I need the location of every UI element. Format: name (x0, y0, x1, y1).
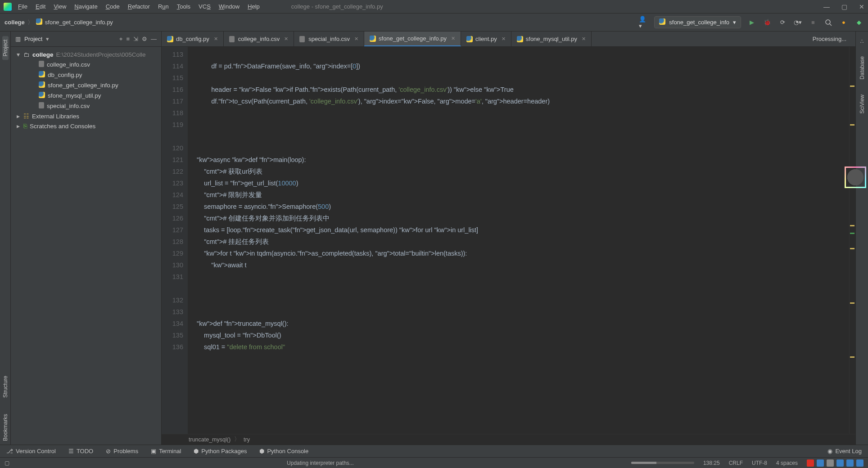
tab-sfone-get-college-info[interactable]: sfone_get_college_info.py✕ (364, 32, 461, 46)
bottom-tool-bar: ⎇Version Control ☰TODO ⊘Problems ▣Termin… (0, 445, 868, 457)
library-icon: ☷ (23, 112, 29, 120)
tray-icon[interactable] (836, 459, 844, 467)
tool-problems[interactable]: ⊘Problems (106, 448, 138, 454)
folder-icon: 🗀 (23, 51, 30, 58)
tool-windows-icon[interactable]: ▢ (5, 460, 9, 466)
search-everywhere-button[interactable] (824, 18, 833, 27)
code-with-me-widget[interactable] (845, 166, 866, 188)
status-message: Updating interpreter paths... (287, 460, 354, 466)
settings-icon[interactable]: ⚙ (142, 36, 147, 42)
project-panel-title[interactable]: Project (24, 36, 42, 42)
expand-icon[interactable]: ≡ (126, 36, 130, 42)
project-tree[interactable]: ▾ 🗀 college E:\2024StudentProjects\005Co… (11, 47, 161, 445)
python-file-icon (517, 36, 523, 42)
collapse-icon[interactable]: ⇲ (133, 36, 138, 42)
line-separator[interactable]: CRLF (729, 460, 743, 466)
cursor-position[interactable]: 138:25 (703, 460, 720, 466)
menu-code[interactable]: Code (106, 3, 120, 10)
tray-icon[interactable] (827, 459, 834, 467)
hide-panel-icon[interactable]: — (151, 36, 157, 42)
menu-tools[interactable]: Tools (177, 3, 190, 10)
menu-navigate[interactable]: Navigate (74, 3, 97, 10)
tray-icon[interactable] (817, 459, 824, 467)
project-root-path: E:\2024StudentProjects\005Colle (56, 51, 146, 58)
tool-version-control[interactable]: ⎇Version Control (6, 448, 56, 454)
breadcrumb-file[interactable]: sfone_get_college_info.py (45, 19, 113, 26)
menu-view[interactable]: View (54, 3, 66, 10)
tool-project[interactable]: Project (2, 36, 9, 60)
tree-file-row[interactable]: special_info.csv (13, 101, 159, 111)
close-tab-icon[interactable]: ✕ (451, 36, 455, 41)
indent-setting[interactable]: 4 spaces (776, 460, 798, 466)
tool-bookmarks[interactable]: Bookmarks (2, 410, 9, 445)
tray-icon[interactable] (846, 459, 854, 467)
breadcrumb[interactable]: college 〉 sfone_get_college_info.py (5, 18, 113, 27)
marker-bar[interactable] (849, 47, 855, 434)
close-tab-icon[interactable]: ✕ (582, 36, 586, 42)
minimize-button[interactable]: — (823, 3, 830, 10)
tool-todo[interactable]: ☰TODO (68, 448, 93, 454)
menu-help[interactable]: Help (248, 3, 260, 10)
tab-special-info[interactable]: special_info.csv✕ (294, 32, 364, 46)
notifications-icon[interactable]: ⛬ (859, 38, 865, 45)
close-tab-icon[interactable]: ✕ (502, 36, 506, 42)
tree-root-row[interactable]: ▾ 🗀 college E:\2024StudentProjects\005Co… (13, 50, 159, 59)
tree-file-row[interactable]: sfone_mysql_util.py (13, 90, 159, 101)
run-button[interactable]: ▶ (747, 18, 756, 27)
tab-sfone-mysql-util[interactable]: sfone_mysql_util.py✕ (511, 32, 592, 46)
tree-file-row[interactable]: college_info.csv (13, 59, 159, 70)
csv-file-icon (39, 102, 44, 110)
code-content[interactable]: df = pd."fn">DataFrame(save_info, "arg">… (188, 47, 849, 434)
window-title: college - sfone_get_college_info.py (291, 3, 383, 10)
menu-vcs[interactable]: VCS (199, 3, 211, 10)
tool-structure[interactable]: Structure (2, 372, 9, 401)
debug-button[interactable]: 🐞 (763, 18, 772, 27)
coverage-button[interactable]: ⟳ (778, 18, 787, 27)
app-icon (4, 3, 12, 11)
editor-viewport[interactable]: 1131141151161171181191201211221231241251… (162, 47, 855, 434)
ide-ai-icon[interactable]: ◆ (854, 18, 863, 27)
tab-client[interactable]: client.py✕ (461, 32, 511, 46)
tool-python-console[interactable]: ⬢Python Console (259, 448, 308, 454)
breadcrumb-inner[interactable]: try (244, 436, 250, 443)
tree-file-row[interactable]: db_config.py (13, 70, 159, 80)
profile-button[interactable]: ◔▾ (793, 18, 802, 27)
maximize-button[interactable]: ▢ (841, 3, 847, 10)
tree-scratches-row[interactable]: ▸⎘Scratches and Consoles (13, 121, 159, 131)
tab-college-info[interactable]: college_info.csv✕ (224, 32, 294, 46)
main-menu: File Edit View Navigate Code Refactor Ru… (18, 3, 260, 10)
tool-python-packages[interactable]: ⬢Python Packages (194, 448, 247, 454)
editor-area: db_config.py✕ college_info.csv✕ special_… (162, 32, 855, 445)
editor-breadcrumb[interactable]: truncate_mysql() 〉 try (162, 434, 855, 445)
tool-database[interactable]: Database (859, 53, 865, 83)
menu-file[interactable]: File (18, 3, 27, 10)
close-tab-icon[interactable]: ✕ (284, 36, 288, 42)
breadcrumb-root[interactable]: college (5, 19, 25, 26)
run-config-selector[interactable]: sfone_get_college_info ▾ (654, 16, 741, 28)
tool-sciview[interactable]: SciView (859, 91, 865, 117)
tray-icon[interactable] (856, 459, 863, 467)
chevron-down-icon[interactable]: ▾ (46, 36, 49, 42)
tray-icon[interactable] (807, 459, 814, 467)
tree-ext-lib-row[interactable]: ▸☷External Libraries (13, 111, 159, 121)
add-config-icon[interactable]: 👤▾ (639, 18, 648, 27)
python-file-icon (466, 36, 473, 42)
file-encoding[interactable]: UTF-8 (752, 460, 767, 466)
menu-edit[interactable]: Edit (36, 3, 45, 10)
tree-file-row[interactable]: sfone_get_college_info.py (13, 80, 159, 90)
progress-bar (631, 462, 694, 464)
locate-icon[interactable]: ⌖ (119, 36, 122, 43)
menu-run[interactable]: Run (158, 3, 169, 10)
tool-event-log[interactable]: ◉Event Log (827, 448, 862, 454)
stop-button[interactable]: ■ (809, 18, 818, 27)
user-icon[interactable]: ● (839, 18, 848, 27)
menu-window[interactable]: Window (219, 3, 240, 10)
breadcrumb-function[interactable]: truncate_mysql() (189, 436, 231, 443)
python-file-icon (39, 92, 45, 99)
close-tab-icon[interactable]: ✕ (354, 36, 358, 42)
close-tab-icon[interactable]: ✕ (214, 36, 218, 42)
menu-refactor[interactable]: Refactor (128, 3, 150, 10)
tab-db-config[interactable]: db_config.py✕ (162, 32, 224, 46)
tool-terminal[interactable]: ▣Terminal (151, 448, 181, 454)
close-button[interactable]: ✕ (859, 3, 864, 10)
